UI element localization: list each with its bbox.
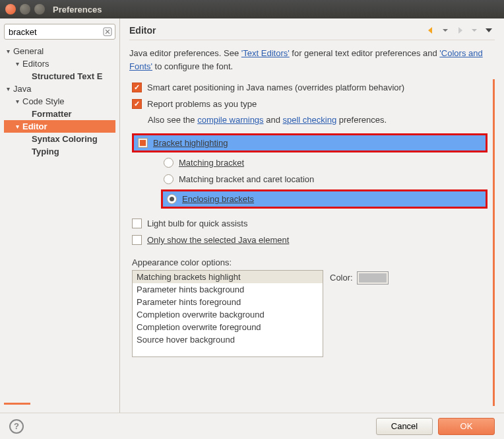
opt-label: Smart caret positioning in Java names (o…: [147, 83, 404, 92]
window-title: Preferences: [53, 5, 102, 15]
color-options-row: Matching brackets highlight Parameter hi…: [132, 270, 488, 357]
tree-item-syntax-coloring[interactable]: Syntax Coloring: [4, 133, 115, 145]
checkbox-icon[interactable]: [132, 99, 142, 109]
list-item[interactable]: Matching brackets highlight: [133, 271, 323, 283]
link-compile-warnings[interactable]: compile warnings: [197, 115, 263, 125]
tree-item-typing[interactable]: Typing: [4, 145, 115, 158]
sidebar: ▾General ▾Editors Structured Text E ▾Jav…: [0, 18, 120, 413]
main: Editor Java editor preferences. See 'Tex…: [120, 18, 504, 413]
tree-item-java[interactable]: ▾Java: [4, 83, 115, 95]
text: preferences.: [336, 115, 387, 125]
search-wrap: [4, 24, 115, 40]
forward-menu-icon: [468, 25, 480, 36]
text: and: [264, 115, 283, 125]
opt-label: Report problems as you type: [147, 99, 257, 109]
radio-icon[interactable]: [164, 158, 173, 168]
close-icon[interactable]: [5, 4, 16, 15]
descr-text: Java editor preferences. See: [129, 48, 241, 58]
opt-label: Matching bracket and caret location: [179, 174, 314, 184]
checkbox-icon[interactable]: [138, 138, 148, 148]
help-icon[interactable]: ?: [9, 419, 24, 434]
footer: ? Cancel OK: [0, 413, 504, 439]
opt-enclosing-brackets[interactable]: Enclosing brackets: [161, 189, 488, 209]
descr-text: for general text editor preferences and: [290, 48, 440, 58]
opt-only-show[interactable]: Only show the selected Java element: [132, 235, 488, 245]
opt-label: Light bulb for quick assists: [147, 219, 247, 228]
radio-icon[interactable]: [167, 194, 177, 204]
radio-icon[interactable]: [164, 174, 173, 184]
tree-item-formatter[interactable]: Formatter: [4, 108, 115, 120]
page-title: Editor: [129, 25, 156, 36]
list-item[interactable]: Source hover background: [133, 333, 323, 346]
opt-light-bulb[interactable]: Light bulb for quick assists: [132, 219, 488, 228]
content: ▾General ▾Editors Structured Text E ▾Jav…: [0, 18, 504, 413]
appearance-color-label: Appearance color options:: [132, 257, 488, 267]
opt-label: Only show the selected Java element: [147, 235, 289, 245]
view-menu-icon[interactable]: [483, 25, 495, 36]
color-options-list[interactable]: Matching brackets highlight Parameter hi…: [132, 270, 323, 357]
sidebar-accent: [4, 403, 30, 405]
search-input[interactable]: [4, 24, 115, 40]
tree-item-structured-text[interactable]: Structured Text E: [4, 70, 115, 83]
checkbox-icon[interactable]: [132, 235, 142, 245]
opt-report-problems[interactable]: Report problems as you type: [132, 99, 488, 109]
maximize-icon[interactable]: [34, 4, 45, 15]
forward-icon: [454, 25, 466, 36]
list-item[interactable]: Parameter hints background: [133, 283, 323, 296]
checkbox-icon[interactable]: [132, 83, 142, 92]
ok-button[interactable]: OK: [438, 418, 495, 435]
list-item[interactable]: Completion overwrite background: [133, 308, 323, 321]
page-header: Editor: [129, 25, 495, 40]
list-item[interactable]: Parameter hints foreground: [133, 296, 323, 308]
tree-item-editors[interactable]: ▾Editors: [4, 57, 115, 70]
options-panel: Smart caret positioning in Java names (o…: [129, 79, 495, 406]
opt-matching-bracket[interactable]: Matching bracket: [164, 158, 488, 168]
tree-item-editor[interactable]: ▾Editor: [4, 120, 115, 133]
page-description: Java editor preferences. See 'Text Edito…: [129, 47, 495, 73]
back-menu-icon[interactable]: [439, 25, 451, 36]
list-item[interactable]: Completion overwrite foreground: [133, 321, 323, 333]
clear-icon[interactable]: [103, 27, 112, 36]
opt-label: Enclosing brackets: [182, 194, 254, 204]
opt-label: Matching bracket: [179, 158, 244, 168]
opt-smart-caret[interactable]: Smart caret positioning in Java names (o…: [132, 83, 488, 92]
color-label: Color:: [330, 273, 353, 283]
back-icon[interactable]: [425, 25, 437, 36]
text: Also see the: [148, 115, 197, 125]
checkbox-icon[interactable]: [132, 219, 142, 228]
link-spell-checking[interactable]: spell checking: [283, 115, 337, 125]
opt-bracket-highlighting[interactable]: Bracket highlighting: [132, 133, 488, 152]
also-see: Also see the compile warnings and spell …: [148, 115, 488, 125]
opt-matching-bracket-caret[interactable]: Matching bracket and caret location: [164, 174, 488, 184]
minimize-icon[interactable]: [20, 4, 30, 15]
tree: ▾General ▾Editors Structured Text E ▾Jav…: [4, 45, 115, 403]
link-text-editors[interactable]: 'Text Editors': [241, 48, 290, 58]
tree-item-code-style[interactable]: ▾Code Style: [4, 95, 115, 108]
descr-text: to configure the font.: [152, 61, 233, 71]
color-swatch[interactable]: [357, 271, 389, 285]
titlebar: Preferences: [0, 0, 504, 18]
tree-item-general[interactable]: ▾General: [4, 45, 115, 57]
cancel-button[interactable]: Cancel: [376, 418, 433, 435]
opt-label: Bracket highlighting: [153, 138, 228, 148]
